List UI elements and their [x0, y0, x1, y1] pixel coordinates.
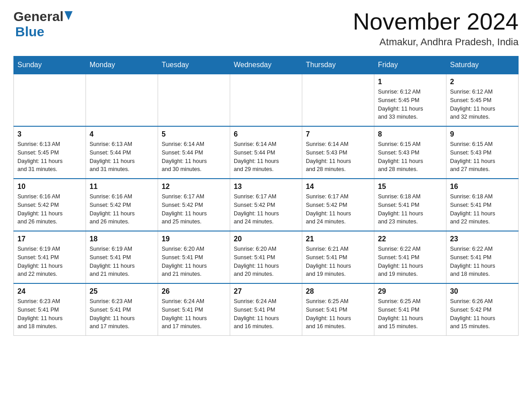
month-title: November 2024 — [353, 9, 519, 34]
day-number: 3 — [17, 130, 82, 138]
calendar-cell: 18Sunrise: 6:19 AM Sunset: 5:41 PM Dayli… — [86, 231, 158, 283]
day-number: 26 — [162, 287, 226, 295]
calendar-cell: 24Sunrise: 6:23 AM Sunset: 5:41 PM Dayli… — [14, 283, 86, 336]
calendar-cell — [302, 74, 374, 126]
day-number: 19 — [162, 235, 226, 243]
weekday-header-saturday: Saturday — [446, 56, 519, 74]
day-info: Sunrise: 6:24 AM Sunset: 5:41 PM Dayligh… — [162, 297, 226, 331]
day-number: 25 — [90, 287, 154, 295]
calendar-cell: 9Sunrise: 6:15 AM Sunset: 5:43 PM Daylig… — [446, 126, 519, 179]
weekday-header-wednesday: Wednesday — [230, 56, 302, 74]
calendar-cell: 10Sunrise: 6:16 AM Sunset: 5:42 PM Dayli… — [14, 179, 86, 231]
logo-general-text: General — [13, 9, 64, 24]
day-number: 7 — [306, 130, 370, 138]
day-info: Sunrise: 6:22 AM Sunset: 5:41 PM Dayligh… — [378, 245, 442, 278]
calendar-header: SundayMondayTuesdayWednesdayThursdayFrid… — [14, 56, 519, 74]
day-info: Sunrise: 6:13 AM Sunset: 5:45 PM Dayligh… — [17, 140, 82, 174]
day-number: 30 — [450, 287, 515, 295]
calendar-cell — [230, 74, 302, 126]
page-header: General Blue November 2024 Atmakur, Andh… — [13, 9, 519, 48]
weekday-header-friday: Friday — [374, 56, 446, 74]
calendar-cell: 12Sunrise: 6:17 AM Sunset: 5:42 PM Dayli… — [158, 179, 230, 231]
calendar-cell: 11Sunrise: 6:16 AM Sunset: 5:42 PM Dayli… — [86, 179, 158, 231]
day-number: 15 — [378, 183, 442, 191]
calendar-cell — [86, 74, 158, 126]
day-number: 16 — [450, 183, 515, 191]
calendar-cell: 28Sunrise: 6:25 AM Sunset: 5:41 PM Dayli… — [302, 283, 374, 336]
day-number: 27 — [234, 287, 298, 295]
day-info: Sunrise: 6:24 AM Sunset: 5:41 PM Dayligh… — [234, 297, 298, 331]
day-info: Sunrise: 6:13 AM Sunset: 5:44 PM Dayligh… — [90, 140, 154, 174]
day-number: 6 — [234, 130, 298, 138]
day-info: Sunrise: 6:18 AM Sunset: 5:41 PM Dayligh… — [450, 193, 515, 226]
calendar-cell — [158, 74, 230, 126]
day-info: Sunrise: 6:20 AM Sunset: 5:41 PM Dayligh… — [234, 245, 298, 278]
calendar-cell: 4Sunrise: 6:13 AM Sunset: 5:44 PM Daylig… — [86, 126, 158, 179]
calendar-title-area: November 2024 Atmakur, Andhra Pradesh, I… — [353, 9, 519, 48]
calendar-cell: 16Sunrise: 6:18 AM Sunset: 5:41 PM Dayli… — [446, 179, 519, 231]
calendar-cell: 17Sunrise: 6:19 AM Sunset: 5:41 PM Dayli… — [14, 231, 86, 283]
day-info: Sunrise: 6:23 AM Sunset: 5:41 PM Dayligh… — [17, 297, 82, 331]
day-number: 21 — [306, 235, 370, 243]
day-number: 4 — [90, 130, 154, 138]
calendar-week-1: 1Sunrise: 6:12 AM Sunset: 5:45 PM Daylig… — [14, 74, 519, 126]
day-number: 8 — [378, 130, 442, 138]
logo-blue-text: Blue — [15, 24, 44, 39]
day-info: Sunrise: 6:21 AM Sunset: 5:41 PM Dayligh… — [306, 245, 370, 278]
day-info: Sunrise: 6:14 AM Sunset: 5:43 PM Dayligh… — [306, 140, 370, 174]
day-number: 5 — [162, 130, 226, 138]
calendar-cell: 14Sunrise: 6:17 AM Sunset: 5:42 PM Dayli… — [302, 179, 374, 231]
day-info: Sunrise: 6:19 AM Sunset: 5:41 PM Dayligh… — [17, 245, 82, 278]
calendar-cell: 27Sunrise: 6:24 AM Sunset: 5:41 PM Dayli… — [230, 283, 302, 336]
day-info: Sunrise: 6:23 AM Sunset: 5:41 PM Dayligh… — [90, 297, 154, 331]
calendar-week-3: 10Sunrise: 6:16 AM Sunset: 5:42 PM Dayli… — [14, 179, 519, 231]
calendar-cell: 5Sunrise: 6:14 AM Sunset: 5:44 PM Daylig… — [158, 126, 230, 179]
day-number: 22 — [378, 235, 442, 243]
day-number: 29 — [378, 287, 442, 295]
day-number: 1 — [378, 78, 442, 86]
day-number: 11 — [90, 183, 154, 191]
calendar-cell: 22Sunrise: 6:22 AM Sunset: 5:41 PM Dayli… — [374, 231, 446, 283]
logo-triangle-icon — [64, 11, 73, 20]
weekday-header-monday: Monday — [86, 56, 158, 74]
day-info: Sunrise: 6:16 AM Sunset: 5:42 PM Dayligh… — [17, 193, 82, 226]
calendar-cell: 21Sunrise: 6:21 AM Sunset: 5:41 PM Dayli… — [302, 231, 374, 283]
calendar-cell: 30Sunrise: 6:26 AM Sunset: 5:42 PM Dayli… — [446, 283, 519, 336]
day-info: Sunrise: 6:17 AM Sunset: 5:42 PM Dayligh… — [162, 193, 226, 226]
calendar-cell: 6Sunrise: 6:14 AM Sunset: 5:44 PM Daylig… — [230, 126, 302, 179]
location-subtitle: Atmakur, Andhra Pradesh, India — [353, 36, 519, 48]
calendar-cell: 19Sunrise: 6:20 AM Sunset: 5:41 PM Dayli… — [158, 231, 230, 283]
day-info: Sunrise: 6:12 AM Sunset: 5:45 PM Dayligh… — [450, 88, 515, 121]
day-number: 9 — [450, 130, 515, 138]
calendar-cell: 29Sunrise: 6:25 AM Sunset: 5:41 PM Dayli… — [374, 283, 446, 336]
day-info: Sunrise: 6:17 AM Sunset: 5:42 PM Dayligh… — [234, 193, 298, 226]
day-info: Sunrise: 6:15 AM Sunset: 5:43 PM Dayligh… — [378, 140, 442, 174]
calendar-table: SundayMondayTuesdayWednesdayThursdayFrid… — [13, 56, 519, 336]
day-number: 17 — [17, 235, 82, 243]
calendar-cell: 25Sunrise: 6:23 AM Sunset: 5:41 PM Dayli… — [86, 283, 158, 336]
day-number: 24 — [17, 287, 82, 295]
calendar-cell: 7Sunrise: 6:14 AM Sunset: 5:43 PM Daylig… — [302, 126, 374, 179]
day-info: Sunrise: 6:14 AM Sunset: 5:44 PM Dayligh… — [234, 140, 298, 174]
day-number: 10 — [17, 183, 82, 191]
calendar-cell: 13Sunrise: 6:17 AM Sunset: 5:42 PM Dayli… — [230, 179, 302, 231]
day-number: 14 — [306, 183, 370, 191]
day-number: 20 — [234, 235, 298, 243]
weekday-header-sunday: Sunday — [14, 56, 86, 74]
calendar-cell: 8Sunrise: 6:15 AM Sunset: 5:43 PM Daylig… — [374, 126, 446, 179]
day-info: Sunrise: 6:20 AM Sunset: 5:41 PM Dayligh… — [162, 245, 226, 278]
calendar-week-2: 3Sunrise: 6:13 AM Sunset: 5:45 PM Daylig… — [14, 126, 519, 179]
day-info: Sunrise: 6:25 AM Sunset: 5:41 PM Dayligh… — [306, 297, 370, 331]
logo: General Blue — [13, 9, 73, 39]
calendar-cell: 26Sunrise: 6:24 AM Sunset: 5:41 PM Dayli… — [158, 283, 230, 336]
day-number: 13 — [234, 183, 298, 191]
calendar-week-4: 17Sunrise: 6:19 AM Sunset: 5:41 PM Dayli… — [14, 231, 519, 283]
day-number: 23 — [450, 235, 515, 243]
day-info: Sunrise: 6:14 AM Sunset: 5:44 PM Dayligh… — [162, 140, 226, 174]
weekday-header-tuesday: Tuesday — [158, 56, 230, 74]
weekday-header-row: SundayMondayTuesdayWednesdayThursdayFrid… — [14, 56, 519, 74]
day-info: Sunrise: 6:15 AM Sunset: 5:43 PM Dayligh… — [450, 140, 515, 174]
day-info: Sunrise: 6:12 AM Sunset: 5:45 PM Dayligh… — [378, 88, 442, 121]
calendar-cell: 23Sunrise: 6:22 AM Sunset: 5:41 PM Dayli… — [446, 231, 519, 283]
day-info: Sunrise: 6:26 AM Sunset: 5:42 PM Dayligh… — [450, 297, 515, 331]
